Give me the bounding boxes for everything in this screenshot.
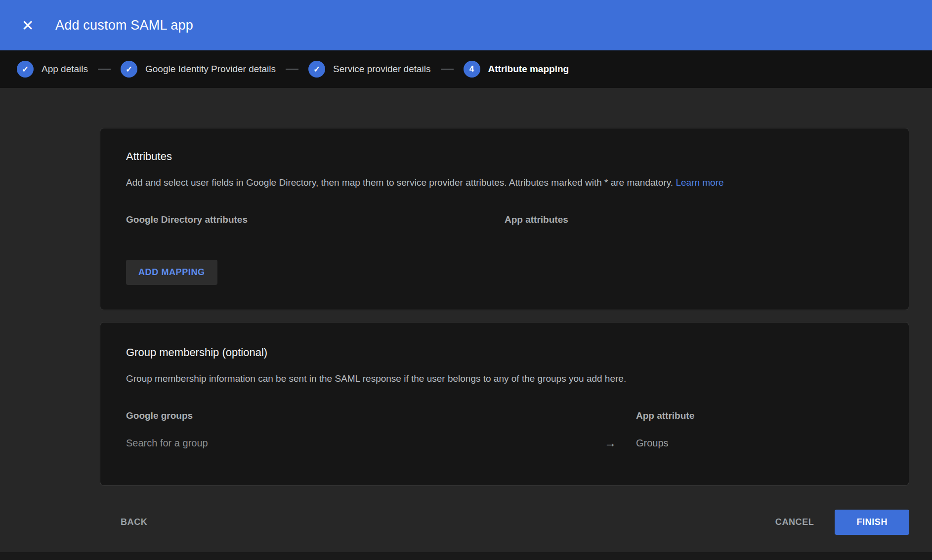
group-membership-card: Group membership (optional) Group member… bbox=[100, 322, 909, 486]
step-number: 4 bbox=[464, 61, 480, 78]
step-separator bbox=[286, 69, 298, 70]
google-directory-attributes-header: Google Directory attributes bbox=[126, 214, 505, 225]
main-content: Attributes Add and select user fields in… bbox=[0, 88, 932, 535]
check-icon: ✓ bbox=[308, 61, 325, 78]
back-button[interactable]: BACK bbox=[121, 517, 147, 527]
google-groups-header: Google groups bbox=[126, 410, 604, 421]
step-attribute-mapping[interactable]: 4 Attribute mapping bbox=[464, 61, 569, 78]
app-attributes-header: App attributes bbox=[505, 214, 883, 225]
app-attribute-header: App attribute bbox=[636, 410, 883, 421]
group-membership-description: Group membership information can be sent… bbox=[126, 372, 883, 385]
check-icon: ✓ bbox=[121, 61, 137, 78]
finish-button[interactable]: FINISH bbox=[835, 510, 909, 535]
step-app-details[interactable]: ✓ App details bbox=[17, 61, 88, 78]
add-mapping-button[interactable]: ADD MAPPING bbox=[126, 260, 217, 285]
dialog-title: Add custom SAML app bbox=[55, 18, 193, 33]
cancel-button[interactable]: CANCEL bbox=[775, 517, 814, 527]
app-attribute-input[interactable] bbox=[636, 438, 883, 449]
step-separator bbox=[98, 69, 111, 70]
attributes-column-headers: Google Directory attributes App attribut… bbox=[126, 214, 883, 225]
close-icon[interactable]: ✕ bbox=[18, 15, 38, 35]
group-membership-card-title: Group membership (optional) bbox=[126, 346, 883, 359]
step-label: Attribute mapping bbox=[488, 64, 569, 75]
attributes-card-description: Add and select user fields in Google Dir… bbox=[126, 176, 883, 189]
step-separator bbox=[441, 69, 454, 70]
dialog-header: ✕ Add custom SAML app bbox=[0, 0, 932, 50]
footer-actions: BACK CANCEL FINISH bbox=[100, 510, 909, 535]
bottom-strip bbox=[0, 552, 932, 560]
learn-more-link[interactable]: Learn more bbox=[676, 177, 723, 188]
step-service-provider-details[interactable]: ✓ Service provider details bbox=[308, 61, 430, 78]
attributes-description-text: Add and select user fields in Google Dir… bbox=[126, 177, 673, 188]
group-search-input[interactable] bbox=[126, 438, 604, 449]
step-google-idp-details[interactable]: ✓ Google Identity Provider details bbox=[121, 61, 276, 78]
group-mapping-grid: Google groups App attribute → bbox=[126, 410, 883, 450]
arrow-right-icon: → bbox=[604, 436, 636, 450]
step-label: Google Identity Provider details bbox=[145, 64, 276, 75]
wizard-stepper: ✓ App details ✓ Google Identity Provider… bbox=[0, 50, 932, 88]
attributes-card-title: Attributes bbox=[126, 150, 883, 163]
attributes-card: Attributes Add and select user fields in… bbox=[100, 128, 909, 310]
step-label: App details bbox=[42, 64, 88, 75]
check-icon: ✓ bbox=[17, 61, 34, 78]
step-label: Service provider details bbox=[333, 64, 430, 75]
